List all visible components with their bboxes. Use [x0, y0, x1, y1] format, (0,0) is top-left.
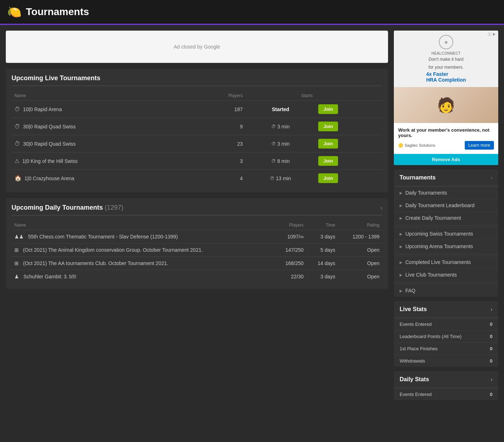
nav-item-label: Completed Live Tournaments	[405, 259, 471, 265]
live-stats-arrow: ›	[491, 306, 492, 312]
sidebar-nav-item[interactable]: ▶Completed Live Tournaments	[394, 256, 498, 268]
tournament-name: ⚠ 1|0 King of the Hill Swiss	[14, 158, 190, 164]
tournament-name-cell: ⏱ 10|0 Rapid Arena	[12, 101, 193, 118]
remove-ads-button[interactable]: Remove Ads	[394, 154, 498, 165]
tournament-name-text: 1|0 King of the Hill Swiss	[22, 158, 78, 164]
tournament-name-cell: 🏠 1|0 Crazyhouse Arena	[12, 170, 193, 187]
live-stats-title: Live Stats	[400, 306, 427, 313]
tournament-name: ⊞ (Oct 2021) The Animal Kingdom conserva…	[14, 247, 271, 253]
tournament-type-icon: ⏱	[14, 106, 20, 113]
col-name-daily: Name	[12, 220, 274, 230]
stats-value: 0	[490, 358, 492, 364]
join-cell: Join	[315, 170, 382, 187]
time-cell: 14 days	[306, 257, 338, 270]
ad-learn-button[interactable]: Learn more	[465, 141, 494, 150]
ad-company-logo: 🟡	[398, 143, 403, 148]
page-header: 🍋 Tournaments	[0, 0, 504, 25]
tournament-name: ♟ Schuhler Gambit: 3. b5!	[14, 274, 271, 279]
daily-tournament-row: ♟ Schuhler Gambit: 3. b5! 22/30 3 days O…	[12, 270, 382, 283]
ad-tagline-1: Don't make it hard	[428, 57, 463, 62]
daily-tournaments-table: Name Players Time Rating ♟♟ 55th Chess.c…	[12, 220, 382, 283]
ad-logo: ⊕	[439, 35, 453, 49]
sidebar-nav-item[interactable]: ▶Upcoming Swiss Tournaments	[394, 227, 498, 240]
players-cell: 22/30	[274, 270, 306, 283]
col-players-daily: Players	[274, 220, 306, 230]
ad-highlight: 4x FasterHRA Completion	[426, 71, 466, 83]
sidebar-nav-item[interactable]: ▶Create Daily Tournament	[394, 211, 498, 224]
nav-bullet-icon: ▶	[400, 204, 402, 208]
ad-footer: 🟡 Sagitec Solutions Learn more	[398, 141, 494, 150]
ad-image: 🧑	[394, 87, 498, 123]
sidebar-nav-item[interactable]: ▶FAQ	[394, 284, 498, 297]
ad-banner-text: Ad closed by Google	[174, 44, 220, 50]
sidebar-nav-item[interactable]: ▶Daily Tournaments	[394, 186, 498, 199]
tournament-name-text: 30|0 Rapid Quad Swiss	[23, 141, 76, 147]
main-content: Ad closed by Google Upcoming Live Tourna…	[6, 31, 388, 405]
nav-item-label: FAQ	[405, 288, 415, 293]
ad-banner: Ad closed by Google	[6, 31, 388, 63]
page-layout: Ad closed by Google Upcoming Live Tourna…	[0, 25, 504, 410]
join-cell: Join	[315, 135, 382, 152]
join-button[interactable]: Join	[318, 156, 338, 166]
daily-type-icon: ⊞	[14, 247, 19, 253]
nav-item-label: Upcoming Arena Tournaments	[405, 243, 473, 249]
ad-tagline-2: for your members.	[428, 65, 463, 70]
daily-section-title: Upcoming Daily Tournaments (1297)	[12, 204, 123, 211]
tournaments-nav-title: Tournaments	[400, 174, 436, 181]
col-time-daily: Time	[306, 220, 338, 230]
starts-value: ⏱3 min	[248, 141, 312, 147]
tournament-type-icon: ⏱	[14, 123, 20, 130]
upcoming-live-title: Upcoming Live Tournaments	[12, 74, 382, 82]
tournament-type-icon: ⚠	[14, 158, 19, 164]
sidebar-nav-item[interactable]: ▶Daily Tournament Leaderboard	[394, 199, 498, 211]
time-cell: 3 days	[306, 270, 338, 283]
sidebar-nav-item[interactable]: ▶Live Club Tournaments	[394, 268, 498, 281]
page-title: Tournaments	[26, 6, 89, 18]
join-button[interactable]: Join	[318, 104, 338, 114]
players-cell: 3	[193, 152, 246, 170]
live-stats-header[interactable]: Live Stats ›	[394, 301, 498, 318]
tournament-name-cell: ⏱ 30|0 Rapid Quad Swiss	[12, 135, 193, 152]
tournaments-nav-header[interactable]: Tournaments ›	[394, 169, 498, 186]
stats-row: 1st Place Finishes0	[394, 342, 498, 355]
daily-type-icon: ♟♟	[14, 234, 24, 240]
starts-value: ⏱13 min	[248, 176, 312, 181]
daily-count: (1297)	[105, 204, 123, 211]
join-button[interactable]: Join	[318, 122, 338, 131]
sidebar-nav-item[interactable]: ▶Upcoming Arena Tournaments	[394, 240, 498, 252]
live-tournament-row: ⏱ 30|0 Rapid Quad Swiss 9 ⏱3 min Join	[12, 118, 382, 135]
ad-headline: Work at your member's convenience, not y…	[398, 127, 494, 138]
chess-logo-icon: 🍋	[7, 5, 22, 19]
nav-bullet-icon: ▶	[400, 260, 402, 264]
tournament-name: ⏱ 10|0 Rapid Arena	[14, 106, 190, 113]
nav-bullet-icon: ▶	[400, 216, 402, 220]
daily-section-arrow[interactable]: ›	[381, 205, 382, 211]
time-cell: 5 days	[306, 243, 338, 257]
stats-row: Events Entered0	[394, 318, 498, 330]
tournament-name-text: Schuhler Gambit: 3. b5!	[23, 274, 76, 279]
join-cell: Join	[315, 101, 382, 118]
tournament-name: ⏱ 30|0 Rapid Quad Swiss	[14, 141, 190, 147]
time-cell: 3 days	[306, 230, 338, 243]
clock-icon: ⏱	[271, 159, 276, 164]
sidebar-ad: ⓘ ▶ ⊕ HEALCONNECT Don't make it hard for…	[394, 31, 498, 165]
col-starts: Starts	[246, 91, 315, 101]
col-name: Name	[12, 91, 193, 101]
starts-cell: Started	[246, 101, 315, 118]
stats-row: Leaderboard Points (All Time)0	[394, 330, 498, 342]
ad-x-button[interactable]: ⓘ ▶	[488, 32, 496, 37]
live-stats-card: Live Stats › Events Entered0Leaderboard …	[394, 301, 498, 367]
daily-stats-header[interactable]: Daily Stats ›	[394, 371, 498, 388]
tournament-name-text: (Oct 2021) The Animal Kingdom conservati…	[23, 247, 203, 253]
join-button[interactable]: Join	[318, 139, 338, 149]
tournament-name-cell: ♟ Schuhler Gambit: 3. b5!	[12, 270, 274, 283]
join-button[interactable]: Join	[318, 173, 338, 183]
starts-cell: ⏱3 min	[246, 118, 315, 135]
ad-top: ⊕ HEALCONNECT Don't make it hard for you…	[394, 31, 498, 87]
stats-label: 1st Place Finishes	[400, 346, 438, 351]
tournament-name-cell: ⏱ 30|0 Rapid Quad Swiss	[12, 118, 193, 135]
stats-label: Leaderboard Points (All Time)	[400, 334, 462, 339]
players-cell: 9	[193, 118, 246, 135]
clock-icon: ⏱	[271, 141, 276, 146]
ad-brand: HEALCONNECT	[431, 51, 460, 55]
